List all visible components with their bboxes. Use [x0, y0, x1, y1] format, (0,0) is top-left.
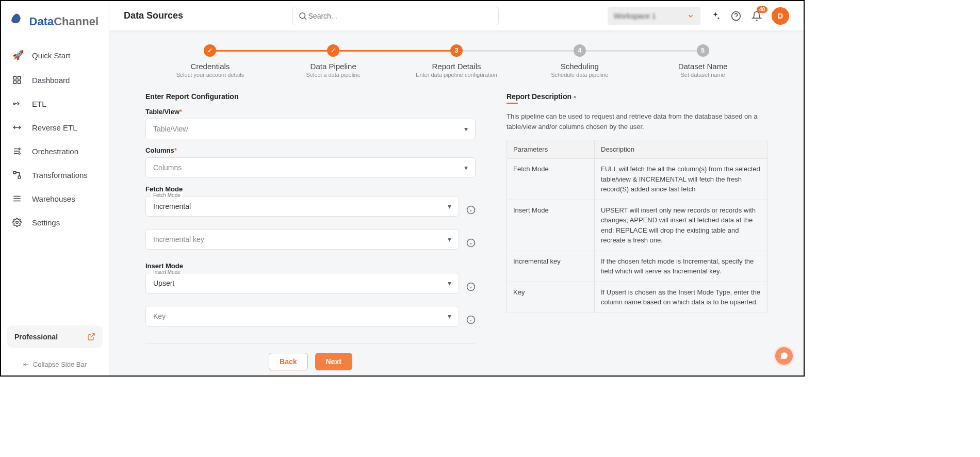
notifications-button[interactable]: 40 [751, 10, 762, 22]
incremental-key-select[interactable]: Incremental key ▾ [145, 229, 459, 250]
dashboard-icon [12, 75, 24, 85]
external-link-icon [87, 333, 95, 341]
step-dataset-name[interactable]: 5 Dataset Name Set dataset name [641, 44, 764, 78]
columns-select[interactable]: Columns ▾ [145, 157, 476, 178]
insert-mode-select[interactable]: Insert Mode Upsert ▾ [145, 273, 459, 293]
desc-cell: If the chosen fetch mode is Incremental,… [595, 251, 767, 282]
brand-logo: DataChannel [1, 1, 109, 39]
avatar[interactable]: D [772, 7, 789, 25]
select-placeholder: Table/View [153, 125, 188, 133]
next-button[interactable]: Next [315, 353, 352, 370]
desc-cell: If Upsert is chosen as the Insert Mode T… [595, 282, 767, 313]
step-report-details[interactable]: 3 Report Details Enter data pipeline con… [395, 44, 518, 78]
float-label: Insert Mode [151, 269, 183, 275]
sparkle-icon[interactable] [710, 10, 721, 22]
step-title: Data Pipeline [272, 62, 395, 71]
sidebar-item-warehouses[interactable]: Warehouses [1, 187, 109, 210]
step-data-pipeline[interactable]: ✓ Data Pipeline Select a data pipeline [272, 44, 395, 78]
sidebar-item-orchestration[interactable]: Orchestration [1, 139, 109, 163]
svg-rect-2 [13, 81, 16, 84]
caret-down-icon: ▾ [464, 125, 468, 133]
gear-icon [12, 218, 24, 227]
description-heading: Report Description - [507, 92, 767, 101]
parameters-table: Parameters Description Fetch Mode FULL w… [507, 140, 767, 313]
info-icon[interactable] [466, 282, 476, 291]
step-title: Report Details [395, 62, 518, 71]
key-select[interactable]: Key ▾ [145, 306, 459, 327]
table-row: Fetch Mode FULL will fetch the all the c… [507, 159, 767, 200]
svg-point-4 [13, 103, 15, 105]
sidebar-item-label: Warehouses [32, 194, 75, 203]
step-mark: 4 [574, 44, 586, 57]
svg-point-5 [19, 148, 20, 150]
step-credentials[interactable]: ✓ Credentials Select your account detail… [149, 44, 272, 78]
param-cell: Fetch Mode [507, 159, 595, 200]
step-mark: ✓ [204, 44, 216, 57]
workspace-select[interactable]: Workspace 1 [608, 7, 700, 25]
info-icon[interactable] [466, 205, 476, 215]
table-row: Key If Upsert is chosen as the Insert Mo… [507, 282, 767, 313]
step-mark: 5 [697, 44, 709, 57]
chat-fab[interactable] [774, 346, 794, 366]
sidebar-item-label: Quick Start [32, 51, 70, 60]
warehouses-icon [12, 194, 24, 203]
sidebar-item-settings[interactable]: Settings [1, 210, 109, 234]
sidebar-item-etl[interactable]: ETL [1, 92, 109, 116]
select-placeholder: Key [153, 312, 166, 320]
page-title: Data Sources [124, 10, 183, 21]
step-sub: Set dataset name [641, 72, 764, 78]
divider [145, 343, 476, 344]
collapse-sidebar[interactable]: ⇤ Collapse Side Bar [1, 353, 109, 376]
svg-point-14 [300, 13, 305, 19]
back-button[interactable]: Back [269, 353, 307, 370]
help-icon[interactable] [730, 10, 742, 22]
svg-rect-0 [13, 76, 16, 79]
param-cell: Insert Mode [507, 200, 595, 251]
table-view-select[interactable]: Table/View ▾ [145, 119, 476, 139]
svg-rect-7 [13, 171, 16, 174]
sidebar-item-transformations[interactable]: Transformations [1, 163, 109, 187]
plan-box[interactable]: Professional [7, 325, 103, 348]
svg-rect-8 [18, 176, 21, 178]
table-view-label: Table/View* [145, 108, 476, 116]
report-config-form: Enter Report Configuration Table/View* T… [145, 92, 476, 370]
sidebar-item-label: Transformations [32, 171, 88, 179]
sidebar-item-label: Reverse ETL [32, 123, 77, 132]
svg-point-6 [19, 153, 20, 154]
step-scheduling[interactable]: 4 Scheduling Schedule data pipeline [518, 44, 641, 78]
param-cell: Incremental key [507, 251, 595, 282]
info-icon[interactable] [466, 315, 476, 324]
step-sub: Select your account details [149, 72, 272, 78]
caret-down-icon: ▾ [448, 202, 451, 210]
sidebar-item-reverse-etl[interactable]: Reverse ETL [1, 116, 109, 139]
transformations-icon [12, 170, 24, 179]
table-row: Insert Mode UPSERT will insert only new … [507, 200, 767, 251]
search-box[interactable] [292, 7, 499, 25]
select-placeholder: Columns [153, 164, 182, 172]
info-icon[interactable] [466, 238, 476, 248]
float-label: Fetch Mode [151, 192, 183, 198]
brand-text-2: Channel [54, 15, 99, 28]
plan-label: Professional [14, 333, 58, 341]
step-title: Scheduling [518, 62, 641, 71]
insert-mode-label: Insert Mode [145, 262, 476, 270]
description-text: This pipeline can be used to request and… [507, 111, 767, 132]
stepper: ✓ Credentials Select your account detail… [128, 44, 785, 78]
sidebar-item-label: Settings [32, 218, 60, 227]
caret-down-icon: ▾ [464, 164, 468, 172]
svg-line-13 [91, 334, 94, 337]
etl-icon [12, 99, 24, 108]
step-mark: ✓ [327, 44, 339, 57]
caret-down-icon: ▾ [448, 312, 451, 320]
brand-text-1: Data [29, 15, 54, 28]
search-input[interactable] [307, 11, 493, 21]
sidebar-item-quick-start[interactable]: 🚀 Quick Start [1, 42, 109, 68]
fetch-mode-select[interactable]: Fetch Mode Incremental ▾ [145, 196, 459, 217]
fetch-mode-label: Fetch Mode [145, 185, 476, 193]
table-row: Incremental key If the chosen fetch mode… [507, 251, 767, 282]
sidebar-item-dashboard[interactable]: Dashboard [1, 68, 109, 92]
select-value: Incremental [153, 202, 191, 210]
main: Data Sources Workspace 1 [109, 1, 804, 376]
step-title: Credentials [149, 62, 272, 71]
step-sub: Schedule data pipeline [518, 72, 641, 78]
